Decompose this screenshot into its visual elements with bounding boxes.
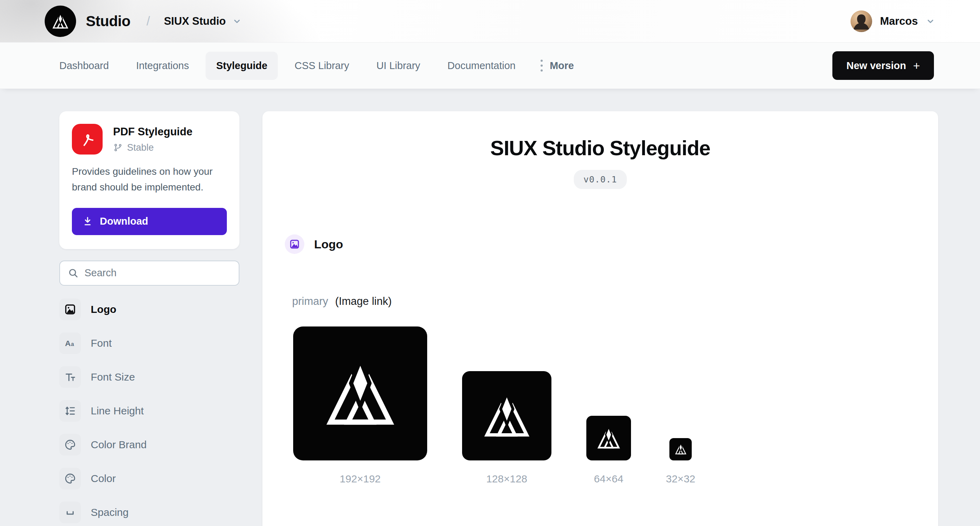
- git-branch-icon: [113, 143, 123, 153]
- more-menu-button[interactable]: More: [536, 49, 577, 82]
- plus-icon: +: [913, 60, 920, 72]
- person-photo-silhouette: [851, 12, 872, 32]
- image-icon: [59, 299, 81, 320]
- styleguide-panel: SIUX Studio Styleguide v0.0.1 Logo prima…: [262, 111, 938, 526]
- version-badge-row: v0.0.1: [262, 170, 938, 189]
- kebab-dots-icon: [539, 58, 544, 73]
- download-button[interactable]: Download: [72, 208, 227, 235]
- tab-documentation[interactable]: Documentation: [437, 52, 526, 80]
- new-version-button[interactable]: New version +: [832, 51, 934, 80]
- screen: Studio / SIUX Studio Marcos Dashboard In…: [0, 0, 980, 526]
- pdf-card-header: PDF Styleguide Stable: [72, 124, 227, 154]
- size-label: 32×32: [666, 473, 695, 485]
- brand: Studio: [45, 6, 130, 37]
- variant-note: (Image link): [335, 295, 391, 308]
- user-menu[interactable]: Marcos: [851, 11, 935, 32]
- variant-name: primary: [292, 295, 328, 308]
- tab-css-library[interactable]: CSS Library: [284, 52, 360, 80]
- sidebar-item-spacing[interactable]: Spacing: [59, 502, 239, 523]
- pdf-styleguide-card: PDF Styleguide Stable Provides gui: [59, 111, 239, 249]
- sidebar-item-label: Color Brand: [91, 439, 146, 451]
- logo-image-32[interactable]: [670, 438, 692, 461]
- logo-tile-column: 32×32: [666, 438, 695, 485]
- variant-row: primary (Image link): [292, 295, 938, 308]
- logo-image-192[interactable]: [293, 326, 427, 461]
- size-label: 128×128: [486, 473, 527, 485]
- sidebar-item-font[interactable]: A a Font: [59, 332, 239, 354]
- svg-text:A: A: [65, 339, 70, 348]
- logo-image-128[interactable]: [462, 371, 551, 461]
- acrobat-swirl-icon: [78, 129, 97, 149]
- search-box: [59, 261, 239, 286]
- chevron-down-icon: [926, 16, 935, 26]
- line-height-icon: [59, 400, 81, 422]
- pdf-card-meta: PDF Styleguide Stable: [113, 126, 192, 153]
- sidebar-item-label: Line Height: [91, 405, 144, 417]
- chevron-down-icon: [232, 16, 242, 26]
- logo-tile-column: 128×128: [462, 371, 551, 485]
- svg-text:a: a: [71, 341, 74, 347]
- app-title: Studio: [86, 13, 130, 30]
- sidebar-item-color[interactable]: Color: [59, 468, 239, 489]
- mountain-diamond-icon: [674, 443, 687, 456]
- mountain-diamond-icon: [481, 390, 533, 442]
- logo-tile-column: 64×64: [586, 416, 631, 485]
- more-label: More: [550, 60, 574, 72]
- logo-image-64[interactable]: [586, 416, 631, 461]
- project-name: SIUX Studio: [164, 15, 226, 27]
- pdf-card-title: PDF Styleguide: [113, 126, 192, 138]
- sidebar-item-label: Font: [91, 337, 112, 349]
- pdf-card-status: Stable: [113, 142, 192, 153]
- logo-tile-column: 192×192: [293, 326, 427, 485]
- version-badge: v0.0.1: [574, 170, 627, 189]
- image-icon: [285, 234, 304, 254]
- sidebar-item-label: Spacing: [91, 507, 129, 518]
- sidebar-item-label: Color: [91, 473, 116, 485]
- avatar: [851, 11, 872, 32]
- size-label: 64×64: [594, 473, 623, 485]
- tab-ui-library[interactable]: UI Library: [366, 52, 431, 80]
- logo-section-header: Logo: [285, 234, 938, 254]
- section-title: Logo: [314, 238, 343, 251]
- search-input[interactable]: [84, 267, 231, 279]
- main-nav: Dashboard Integrations Styleguide CSS Li…: [0, 43, 980, 89]
- mountain-diamond-icon: [51, 12, 70, 30]
- sidebar-item-label: Font Size: [91, 371, 135, 383]
- tab-integrations[interactable]: Integrations: [126, 52, 200, 80]
- user-name: Marcos: [880, 15, 918, 27]
- palette-icon: [59, 434, 81, 456]
- spacing-icon: [59, 502, 81, 523]
- mountain-diamond-icon: [596, 425, 622, 451]
- sidebar-item-line-height[interactable]: Line Height: [59, 400, 239, 422]
- sidebar-item-font-size[interactable]: Font Size: [59, 366, 239, 388]
- topbar: Studio / SIUX Studio Marcos: [0, 0, 980, 43]
- status-badge: Stable: [127, 142, 154, 153]
- new-version-label: New version: [846, 60, 906, 72]
- mountain-diamond-icon: [321, 355, 399, 432]
- search-icon: [68, 267, 79, 279]
- brand-logo-icon[interactable]: [45, 6, 76, 37]
- tab-dashboard[interactable]: Dashboard: [49, 52, 119, 80]
- download-label: Download: [100, 216, 148, 227]
- page-title: SIUX Studio Styleguide: [262, 137, 938, 160]
- sidebar-item-label: Logo: [91, 304, 116, 315]
- sidebar-item-logo[interactable]: Logo: [59, 299, 239, 320]
- sidebar-item-color-brand[interactable]: Color Brand: [59, 434, 239, 456]
- pdf-icon: [72, 124, 103, 154]
- tab-styleguide[interactable]: Styleguide: [205, 52, 278, 80]
- logo-size-gallery: 192×192 128×128 64×64: [293, 326, 938, 485]
- project-selector[interactable]: SIUX Studio: [164, 15, 242, 27]
- breadcrumb-separator: /: [146, 14, 150, 29]
- font-size-icon: [59, 366, 81, 388]
- size-label: 192×192: [340, 473, 381, 485]
- styleguide-section-list: Logo A a Font: [59, 299, 239, 526]
- download-icon: [82, 216, 94, 227]
- pdf-card-description: Provides guidelines on how your brand sh…: [72, 164, 227, 195]
- palette-icon: [59, 468, 81, 489]
- content-layout: PDF Styleguide Stable Provides gui: [0, 89, 980, 526]
- font-icon: A a: [59, 332, 81, 354]
- sidebar: PDF Styleguide Stable Provides gui: [59, 111, 239, 526]
